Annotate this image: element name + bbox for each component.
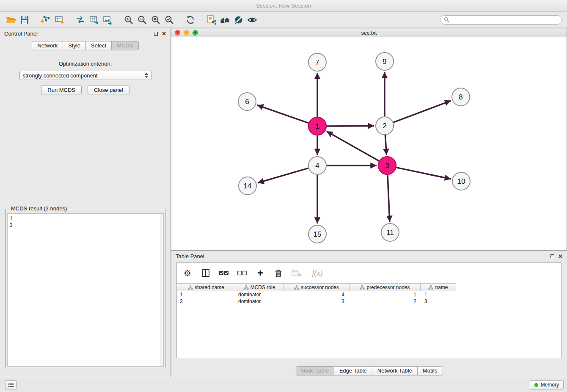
table-body: 1dominator4113dominator323: [177, 291, 561, 305]
criterion-dropdown[interactable]: strongly connected component: [19, 71, 151, 80]
style-icon: [233, 14, 244, 25]
select-all-button[interactable]: [218, 268, 229, 279]
close-panel-icon[interactable]: ✕: [558, 254, 563, 259]
network-window: ✕ − + scc.txt 7968124314101511: [171, 28, 567, 251]
node-11[interactable]: 11: [381, 224, 399, 241]
zoom-in-button[interactable]: [122, 14, 135, 26]
function-builder-button[interactable]: f(x): [309, 268, 325, 279]
column-header-name[interactable]: name: [421, 283, 456, 291]
refresh-view-button[interactable]: [184, 14, 197, 26]
edge-2-8[interactable]: [394, 101, 451, 122]
table-panel: Table Panel ✕ ⚙: [171, 251, 567, 377]
tab-style[interactable]: Style: [63, 41, 86, 50]
zoom-in-icon: [123, 14, 134, 25]
close-panel-button[interactable]: Close panel: [88, 85, 129, 94]
export-network-button[interactable]: [74, 14, 87, 26]
result-scrollbar[interactable]: [160, 214, 163, 366]
search-box[interactable]: [440, 15, 562, 25]
node-7[interactable]: 7: [308, 53, 326, 71]
import-network-button[interactable]: [39, 14, 52, 26]
table-settings-button[interactable]: ⚙: [182, 268, 193, 279]
table-tabs: Node Table Edge Table Network Table Moti…: [295, 366, 443, 375]
edge-1-2[interactable]: [327, 126, 374, 126]
node-label: 8: [459, 93, 462, 101]
table-toolbar: ⚙: [177, 263, 561, 283]
show-hide-button[interactable]: [245, 14, 259, 26]
table-row[interactable]: 3dominator323: [177, 298, 561, 305]
network-canvas[interactable]: 7968124314101511: [171, 37, 567, 250]
tab-select[interactable]: Select: [85, 41, 112, 50]
network-window-titlebar[interactable]: ✕ − + scc.txt: [171, 28, 567, 37]
zoom-out-button[interactable]: [135, 14, 149, 26]
edge-4-14[interactable]: [258, 168, 308, 183]
tab-network-table[interactable]: Network Table: [372, 366, 418, 375]
table-panel-title: Table Panel: [176, 253, 204, 259]
node-8[interactable]: 8: [452, 88, 470, 106]
import-table-button[interactable]: [52, 14, 66, 26]
search-input[interactable]: [451, 17, 558, 23]
node-label: 3: [385, 162, 389, 170]
column-header-label: successor nodes: [301, 284, 339, 290]
window-title: Session: New Session: [256, 3, 311, 9]
application-window: Session: New Session: [0, 0, 567, 392]
show-columns-button[interactable]: [200, 268, 211, 279]
mcds-result-area[interactable]: 1 3: [7, 213, 164, 367]
deselect-all-button[interactable]: [237, 268, 248, 279]
column-header-label: MCDS role: [250, 284, 275, 290]
control-panel-title: Control Panel: [4, 30, 38, 37]
node-6[interactable]: 6: [238, 93, 256, 110]
table-cell: dominator: [235, 292, 284, 298]
table-cell: 1: [177, 292, 235, 298]
clone-network-button[interactable]: [205, 14, 218, 26]
node-15[interactable]: 15: [308, 225, 326, 243]
memory-button[interactable]: Memory: [530, 380, 564, 389]
node-10[interactable]: 10: [452, 172, 470, 190]
home-button[interactable]: [218, 14, 232, 26]
node-2[interactable]: 2: [376, 117, 394, 135]
table-panel-header: Table Panel ✕: [171, 251, 567, 262]
column-header-successor-nodes[interactable]: successor nodes: [284, 283, 350, 291]
node-14[interactable]: 14: [239, 177, 256, 195]
column-header-predecessor-nodes[interactable]: predecessor nodes: [350, 283, 421, 291]
node-4[interactable]: 4: [308, 157, 326, 174]
table-row[interactable]: 1dominator411: [177, 291, 561, 298]
edge-3-10[interactable]: [396, 168, 451, 179]
export-table-icon: [88, 14, 99, 25]
delete-table-icon: [291, 268, 302, 278]
delete-column-button[interactable]: [273, 268, 284, 279]
node-3[interactable]: 3: [378, 157, 396, 174]
node-1[interactable]: 1: [308, 117, 326, 135]
node-9[interactable]: 9: [376, 52, 394, 70]
float-window-icon[interactable]: [154, 32, 158, 36]
edge-3-1[interactable]: [327, 131, 379, 161]
tab-node-table[interactable]: Node Table: [295, 366, 334, 375]
close-panel-icon[interactable]: ✕: [162, 31, 166, 36]
tab-mcds[interactable]: MCDS: [111, 41, 138, 50]
tab-motifs[interactable]: Motifs: [417, 366, 443, 375]
open-session-button[interactable]: [4, 14, 18, 26]
tab-network[interactable]: Network: [32, 41, 63, 50]
export-image-button[interactable]: [101, 14, 114, 26]
zoom-fit-button[interactable]: [149, 14, 162, 26]
edge-3-11[interactable]: [388, 175, 390, 222]
delete-table-button[interactable]: [291, 268, 302, 279]
tab-edge-table[interactable]: Edge Table: [334, 366, 372, 375]
node-label: 7: [315, 58, 319, 66]
edge-2-3[interactable]: [385, 135, 386, 155]
float-window-icon[interactable]: [550, 254, 554, 258]
add-column-button[interactable]: +: [255, 268, 266, 279]
table-cell: dominator: [235, 298, 284, 304]
export-table-button[interactable]: [87, 14, 101, 26]
column-header-shared-name[interactable]: shared name: [177, 283, 235, 291]
style-button[interactable]: [232, 14, 245, 26]
task-history-button[interactable]: [5, 380, 17, 389]
run-mcds-button[interactable]: Run MCDS: [41, 85, 82, 94]
save-session-button[interactable]: [18, 14, 31, 26]
node-label: 14: [244, 182, 252, 190]
mcds-result-box: MCDS result (2 nodes) 1 3: [6, 209, 165, 368]
zoom-fit-icon: [150, 14, 161, 25]
column-header-MCDS-role[interactable]: MCDS role: [235, 283, 284, 291]
edge-1-6[interactable]: [257, 105, 309, 123]
zoom-selected-button[interactable]: [162, 14, 176, 26]
control-panel-header: Control Panel ✕: [0, 28, 171, 39]
